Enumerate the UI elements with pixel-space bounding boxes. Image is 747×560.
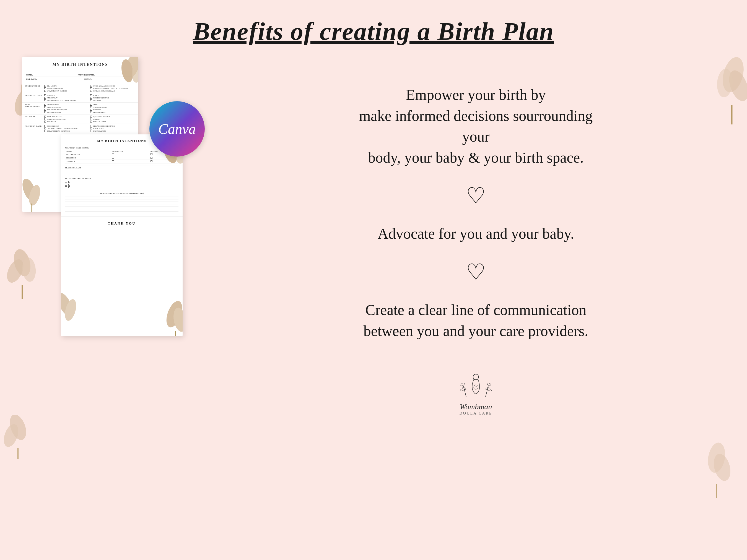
benefit-2: Advocate for you and your baby. [378,223,574,244]
section-pain-label: PAIN MANAGEMENT [25,104,44,113]
iv-fluids-text: IV FLUIDS [47,95,55,96]
birth-plan-page-2: MY BIRTH INTENTIONS NEWBORN CARE (CONT) … [61,134,183,336]
canva-label: Canva [158,121,196,137]
administer-header: ADMINISTER [111,150,149,153]
benefit-1: Empower your birth bymake informed decis… [351,85,600,168]
page-title: Benefits of creating a Birth Plan [0,17,747,46]
section-enviornment-label: ENVIORNMENT [25,85,44,92]
logo-brand: Wombman [460,402,492,411]
thank-you-text: THANK YOU [108,221,135,225]
canva-badge: Canva [149,101,205,157]
svg-point-41 [473,374,479,380]
benefits-area: Empower your birth bymake informed decis… [227,57,725,416]
svg-point-34 [460,382,465,386]
heart-divider-1: ♡ [466,185,486,207]
svg-point-38 [487,382,492,386]
doula-label: DOULA: [84,78,92,80]
section-interventions-label: INTERVENTIONS [25,94,44,101]
section-newborn-label: NEWBORN CARE [25,125,44,132]
documents-area: MY BIRTH INTENTIONS NAME: PARTNERS NAME:… [22,57,210,513]
svg-point-40 [488,389,492,391]
heart-divider-2: ♡ [466,261,486,283]
partners-name-label: PARTNERS NAME: [78,74,95,76]
svg-point-36 [460,389,464,391]
due-date-label: DUE DATE: [26,78,37,80]
logo-icon [459,369,492,402]
logo-subtitle: DOULA CARE [459,411,492,416]
belly-birth-label: IN CASE OF A BELLY BIRTH [65,178,178,180]
notes-label: ADDITIONAL NOTES (HEALTH INFORMATION) [65,192,178,194]
name-label: NAME: [26,74,33,76]
shots-header: SHOTS [65,150,111,153]
svg-point-42 [474,385,478,390]
logo-area: Wombman DOULA CARE [459,369,492,416]
benefit-3: Create a clear line of communicationbetw… [364,300,589,342]
section-delivery-label: DELIVERY [25,115,44,123]
